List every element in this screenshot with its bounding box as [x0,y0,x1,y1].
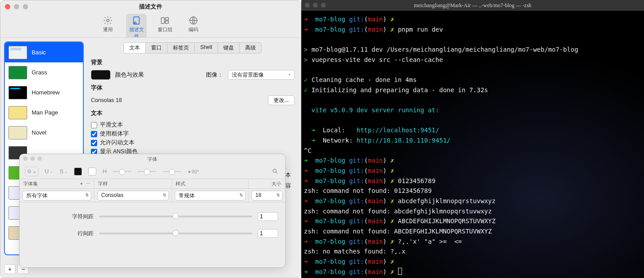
svg-rect-4 [165,18,168,20]
line-spacing-label: 行间距 [27,230,94,237]
profile-novel[interactable]: Novel [5,123,83,143]
minimize-icon[interactable] [313,3,318,8]
svg-point-0 [107,19,109,22]
detail-tabs: 文本 窗口 标签页 Shell 键盘 高级 [91,42,295,53]
font-columns-header: 字体集+⋯ 字样 样式 大小 [20,179,285,189]
svg-point-7 [273,169,276,173]
gear-icon [103,16,113,25]
add-profile-button[interactable]: + [4,264,16,274]
tab-shell[interactable]: Shell [194,42,218,53]
thumbnail-icon [8,86,27,99]
add-collection-icon[interactable]: + [80,181,83,187]
actions-menu[interactable]: ⊙ [25,167,38,176]
thumbnail-icon [8,126,27,139]
cursor-icon [398,268,402,275]
terminal-window: meichangliang@Mark-Air — ..-web/mo7-blog… [301,0,644,278]
zoom-icon[interactable] [23,4,28,9]
underline-menu[interactable]: U⌄ [45,168,53,175]
close-icon[interactable] [305,3,310,8]
bg-image-label: 图像： [206,71,223,79]
titlebar: 描述文件 [0,0,301,13]
checkbox-blink: 允许闪动文本 [91,139,138,147]
tab-tabpage[interactable]: 标签页 [167,42,195,53]
shadow-blur-slider[interactable] [138,168,156,175]
shadow-offset-slider[interactable] [163,168,181,175]
toolbar-general[interactable]: 通用 [98,14,118,34]
toolbar: 通用 描述文件 窗口组 编码 [0,13,301,37]
thumbnail-icon [8,46,27,59]
font-panel-toolbar: ⊙ U⌄ S⌄ H ● 90° [20,164,285,179]
globe-icon [189,16,198,25]
thumbnail-icon [8,106,27,119]
collection-menu-icon[interactable]: ⋯ [86,181,90,187]
svg-rect-5 [165,21,168,23]
line-spacing-input[interactable] [258,229,278,238]
toolbar-encoding[interactable]: 编码 [183,14,204,34]
svg-point-2 [134,22,136,24]
thumbnail-icon [8,66,27,79]
bg-color-swatch[interactable] [91,70,111,80]
section-font: 字体 [91,84,295,92]
font-current: Consolas 18 [91,97,122,103]
close-icon[interactable] [23,156,28,161]
bg-color-label: 颜色与效果 [115,71,144,79]
font-panel: 字体 ⊙ U⌄ S⌄ H ● 90° 字体集+⋯ 字样 样式 大小 所有字体 C… [19,154,286,268]
profile-homebrew[interactable]: Homebrew [5,82,83,102]
profile-man-page[interactable]: Man Page [5,102,83,123]
section-background: 背景 [91,59,295,66]
tab-window[interactable]: 窗口 [145,42,168,53]
terminal-output[interactable]: ➜ mo7-blog git:(main) ✗➜ mo7-blog git:(m… [301,11,644,278]
shadow-opacity-slider[interactable] [113,168,131,175]
char-spacing-input[interactable] [258,212,278,221]
tab-text[interactable]: 文本 [123,42,146,53]
change-font-button[interactable]: 更改... [268,95,295,105]
terminal-titlebar: meichangliang@Mark-Air — ..-web/mo7-blog… [301,0,644,11]
minimize-icon[interactable] [30,156,35,161]
char-spacing-slider[interactable] [99,216,252,217]
text-color-swatch[interactable] [74,168,82,176]
line-spacing-slider[interactable] [99,233,252,234]
checkbox-smooth-text: 平滑文本 [91,121,138,129]
tab-keyboard[interactable]: 键盘 [217,42,240,53]
zoom-icon[interactable] [37,156,42,161]
traffic-lights [5,4,28,9]
checkbox-bold-font: 使用粗体字 [91,130,138,138]
tab-advanced[interactable]: 高级 [239,42,262,53]
bg-image-select[interactable]: 没有背景图像 [228,70,295,80]
svg-rect-3 [161,18,164,24]
profile-basic[interactable]: Basic [5,42,83,62]
section-text: 文本 [91,110,295,117]
size-select[interactable]: 18 [251,191,283,200]
profile-grass[interactable]: Grass [5,62,83,82]
close-icon[interactable] [5,4,10,9]
char-spacing-label: 字符间距 [27,213,94,221]
minimize-icon[interactable] [14,4,19,9]
collection-select[interactable]: 所有字体 [22,191,91,200]
doc-color-swatch[interactable] [88,168,96,176]
family-select[interactable]: Consolas [97,191,169,200]
strikethrough-menu[interactable]: S⌄ [59,168,68,175]
toolbar-window-groups[interactable]: 窗口组 [155,14,175,34]
shadow-letter[interactable]: H [103,168,107,175]
zoom-icon[interactable] [321,3,326,8]
search-icon[interactable] [270,167,280,176]
style-select[interactable]: 常规体 [175,191,246,200]
shadow-angle[interactable]: ● 90° [188,169,199,174]
window-title: 描述文件 [139,3,162,11]
font-panel-titlebar: 字体 [20,154,285,164]
profile-gear-icon [131,16,141,25]
terminal-preferences-window: 描述文件 通用 描述文件 窗口组 编码 [0,0,301,278]
toolbar-profiles[interactable]: 描述文件 [126,14,147,41]
window-group-icon [160,16,170,25]
